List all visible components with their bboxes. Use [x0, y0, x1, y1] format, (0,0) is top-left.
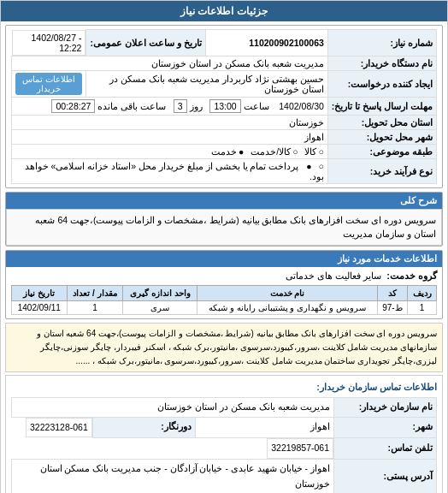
baghimande-label: ساعت باقی مانده [97, 101, 166, 111]
top-info-section: شماره نیاز: 110200902100063 تاریخ و ساعت… [5, 25, 443, 188]
radio-kala[interactable]: ○ کالا [304, 146, 323, 157]
group-khedmat-value: سایر فعالیت های خدماتی [286, 270, 381, 282]
table-row: استان محل تحویل: خوزستان [12, 115, 437, 129]
radio-khedmat-label: خدمت [211, 146, 237, 157]
contact-section: اطلاعات تماس سازمان خریدار: نام سازمان خ… [5, 375, 443, 493]
ostan-label: استان محل تحویل: [327, 115, 436, 129]
noeKharid-radio-group: ○ ● [306, 161, 324, 171]
page-title: جزئیات اطلاعات نیاز [180, 5, 268, 17]
sharh-koli-text: سرویس دوره ای سخت افزارهای بانک مطابق بی… [6, 209, 442, 246]
mohlat-remaining: 00:28:27 [51, 99, 95, 113]
etelaat-btn-cell: اطلاعات تماس خریدار [12, 70, 86, 97]
radio-kala-icon: ○ [318, 146, 323, 157]
group-khedmat-row: گروه خدمت: سایر فعالیت های خدماتی [11, 270, 437, 282]
shahr-value: اهواز [12, 129, 328, 144]
description-box: سرویس دوره ای سخت افزارهای بانک مطابق بی… [5, 323, 443, 372]
radio-khedmat[interactable]: ● خدمت [211, 146, 244, 157]
ostan-value: خوزستان [12, 115, 328, 129]
contact-naamSaraman-label: نام سازمان خریدار: [334, 397, 437, 417]
top-info-body: شماره نیاز: 110200902100063 تاریخ و ساعت… [6, 26, 442, 187]
contact-doroozi-label: دورنگار: [92, 417, 195, 437]
contact-doroozi-value: 32223128-061 [26, 418, 92, 438]
dastgah-label: نام دستگاه خریدار: [327, 56, 436, 70]
mohlat-days: 3 [174, 99, 187, 113]
col-namKhedmat: نام خدمت [197, 286, 377, 301]
shahr-label: شهر محل تحویل: [327, 129, 436, 144]
etelaat-tamas-button[interactable]: اطلاعات تماس خریدار [15, 73, 82, 95]
khadamat-section: اطلاعات خدمات مورد نیاز گروه خدمت: سایر … [5, 250, 443, 319]
mohlat-label: مهلت ارسال پاسخ تا تاریخ: [327, 97, 436, 115]
col-code: کد [377, 286, 407, 301]
shomareNiaz-label: شماره نیاز: [327, 30, 436, 56]
shomareNiaz-value: 110200902100063 [205, 30, 327, 56]
contact-naamSaraman-value: مدیریت شعبه بانک مسکن در استان خوزستان [12, 397, 334, 417]
table-row: نام سازمان خریدار: مدیریت شعبه بانک مسکن… [12, 397, 437, 417]
table-row: ایجاد کننده درخواست: حسین بهشتی نژاد کار… [12, 70, 437, 97]
tabie-radio-group: ○ کالا ○ کالا/خدمت ● خدمت [211, 146, 324, 157]
contact-shahr-label: شهر: [334, 417, 437, 437]
tarikh-label: تاریخ و ساعت اعلان عمومی: [86, 30, 205, 56]
group-khedmat-label: گروه خدمت: [386, 270, 437, 282]
noeKharid-label: نوع فرآیند خرید: [327, 158, 436, 183]
table-row: تلفن تماس: 32219857-061 [12, 437, 437, 459]
sharh-koli-header: شرح کلی [6, 193, 442, 209]
radio-kala-khedmat[interactable]: ○ کالا/خدمت [251, 146, 298, 157]
saat-label: ساعت [244, 101, 269, 111]
cell-radif: 1 [408, 301, 437, 315]
mohlat-value: 1402/08/30 ساعت 13:00 روز 3 ساعت باقی ما… [12, 97, 328, 115]
table-row: شهر محل تحویل: اهواز [12, 129, 437, 144]
services-table: ردیف کد نام خدمت واحد اندازه گیری مقدار … [11, 285, 437, 315]
contact-address-value: اهواز - خیابان شهید عابدی - خیابان آزادگ… [12, 459, 334, 493]
mohlat-time: 13:00 [209, 99, 240, 113]
tabie-label: طبقه موضوعی: [327, 144, 436, 158]
radio-kalakhedmat-icon: ○ [292, 146, 298, 157]
cell-tarikhNiaz: 1402/09/11 [12, 301, 68, 315]
table-row: شهر: اهواز دورنگار: 32223128-061 [12, 417, 437, 437]
page-container: جزئیات اطلاعات نیاز شماره نیاز: 11020090… [0, 0, 448, 493]
mohlat-date: 1402/08/30 [279, 101, 324, 111]
noeKharid-desc: پرداخت تمام یا بخشی از مبلغ خریدار محل «… [25, 161, 324, 181]
contact-header: اطلاعات تماس سازمان خریدار: [11, 379, 437, 395]
cell-meghdar: 1 [67, 301, 123, 315]
contact-address-label: آدرس پستی: [334, 459, 437, 493]
services-table-head: ردیف کد نام خدمت واحد اندازه گیری مقدار … [12, 286, 437, 301]
table-row: شماره نیاز: 110200902100063 تاریخ و ساعت… [12, 30, 437, 56]
table-row: مهلت ارسال پاسخ تا تاریخ: 1402/08/30 ساع… [12, 97, 437, 115]
contact-table: نام سازمان خریدار: مدیریت شعبه بانک مسکن… [11, 397, 437, 493]
col-meghdar: مقدار / تعداد [67, 286, 123, 301]
table-header-row: ردیف کد نام خدمت واحد اندازه گیری مقدار … [12, 286, 437, 301]
dastgah-value: مدیریت شعبه بانک مسکن در استان خوزستان [12, 56, 328, 70]
table-row: نوع فرآیند خرید: ○ ● پرداخت تمام یا بخشی… [12, 158, 437, 183]
radio-buy2-icon: ● [306, 161, 311, 171]
page-header: جزئیات اطلاعات نیاز [1, 1, 447, 21]
radio-buy1[interactable]: ○ [318, 161, 323, 171]
khadamat-body: گروه خدمت: سایر فعالیت های خدماتی ردیف ک… [6, 267, 442, 318]
contact-telefon-label: تلفن تماس: [334, 437, 437, 459]
tabie-value: ○ کالا ○ کالا/خدمت ● خدمت [12, 144, 328, 158]
radio-kala-label: کالا [304, 146, 316, 157]
radio-kalakhedmat-label: کالا/خدمت [251, 146, 291, 157]
contact-telefon-value: 32219857-061 [267, 438, 333, 459]
table-row: 1 ط-97 سرویس و نگهداری و پشتیبانی رایانه… [12, 301, 437, 315]
col-vahedSanjesh: واحد اندازه گیری [123, 286, 197, 301]
cell-vahedSanjesh: سرى [123, 301, 197, 315]
tarikh-value: 1402/08/27 - 12:22 [12, 30, 86, 56]
contact-shahr-value: اهواز [195, 417, 333, 437]
sharh-koli-section: شرح کلی سرویس دوره ای سخت افزارهای بانک … [5, 192, 443, 247]
khadamat-header: اطلاعات خدمات مورد نیاز [6, 251, 442, 267]
radio-buy1-icon: ○ [318, 161, 323, 171]
radio-buy2[interactable]: ● [306, 161, 311, 171]
radio-khedmat-icon: ● [239, 146, 244, 157]
col-tarikhNiaz: تاریخ نیاز [12, 286, 68, 301]
table-row: طبقه موضوعی: ○ کالا ○ کالا/خدمت [12, 144, 437, 158]
cell-namKhedmat: سرویس و نگهداری و پشتیبانی رایانه و شبکه [197, 301, 377, 315]
top-info-table: شماره نیاز: 110200902100063 تاریخ و ساعت… [11, 29, 437, 184]
ejad-value: حسین بهشتی نژاد کاربردار مدیریت شعبه بان… [86, 70, 327, 97]
services-table-body: 1 ط-97 سرویس و نگهداری و پشتیبانی رایانه… [12, 301, 437, 315]
table-row: نام دستگاه خریدار: مدیریت شعبه بانک مسکن… [12, 56, 437, 70]
ejad-label: ایجاد کننده درخواست: [327, 70, 436, 97]
cell-code: ط-97 [377, 301, 407, 315]
col-radif: ردیف [408, 286, 437, 301]
table-row: آدرس پستی: اهواز - خیابان شهید عابدی - خ… [12, 459, 437, 493]
noeKharid-value: ○ ● پرداخت تمام یا بخشی از مبلغ خریدار م… [12, 158, 328, 183]
